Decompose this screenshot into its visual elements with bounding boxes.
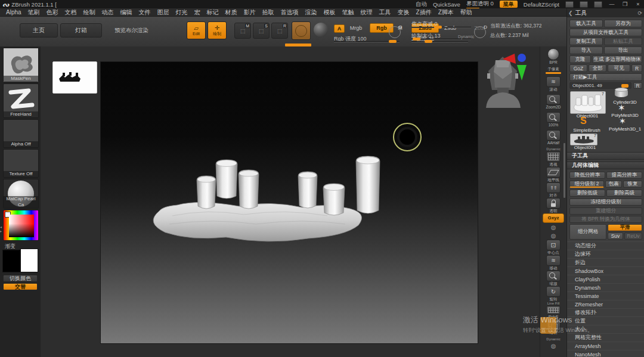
load-from-project-button[interactable]: 从项目文件载入工具: [569, 29, 642, 36]
gxyz-button[interactable]: Gxyz: [543, 213, 564, 223]
menu-item[interactable]: 图层: [157, 8, 169, 17]
perspective-button[interactable]: Dynamic 透视: [541, 147, 565, 167]
material-thumbnail[interactable]: MatCap Pearl Ca: [3, 179, 39, 209]
subtool-section-header[interactable]: 子工具: [567, 152, 644, 160]
section-row[interactable]: 折边: [567, 258, 644, 266]
menu-item[interactable]: 材质: [225, 8, 237, 17]
higher-res-button[interactable]: 提高分辨率: [606, 172, 642, 179]
recent-tool-thumbnail[interactable]: 7: [570, 134, 597, 145]
cylinder3d-icon[interactable]: [615, 89, 628, 97]
section-row[interactable]: Tessimate: [567, 291, 644, 300]
sv-square[interactable]: [9, 215, 34, 237]
menu-item[interactable]: 首选项: [281, 8, 299, 17]
section-row[interactable]: ClayPolish: [567, 275, 644, 283]
floor-button[interactable]: 地平线: [541, 167, 565, 182]
camview-head[interactable]: [480, 51, 535, 108]
tool-palette-header[interactable]: ❮ 工具 ⟳: [567, 8, 644, 17]
smt-button[interactable]: 平滑: [608, 224, 642, 231]
close-button[interactable]: ×: [634, 1, 642, 7]
divide-button[interactable]: 细分网格: [569, 224, 606, 240]
goz-visible-button[interactable]: 可见: [608, 64, 630, 72]
frame-center-button[interactable]: 中心点: [541, 240, 565, 255]
menu-item[interactable]: 帮助: [460, 8, 472, 17]
section-row[interactable]: 网格完整性: [567, 333, 644, 342]
freeze-sdiv-button[interactable]: 冻结细分级别: [569, 198, 642, 206]
minimize-button[interactable]: —: [608, 1, 615, 7]
nav-preview-thumbnail[interactable]: [52, 61, 97, 94]
draw-size-dynamic-icon[interactable]: D: [474, 26, 486, 38]
collapse-arrow-icon[interactable]: ❮: [568, 10, 573, 16]
transparency-lock-button[interactable]: 透明: [541, 198, 565, 213]
geometry-section-header[interactable]: 几何体编辑: [567, 162, 644, 169]
local-symmetry-button[interactable]: 对齐: [541, 182, 565, 198]
section-row[interactable]: ArrayMesh: [567, 342, 644, 350]
import-button[interactable]: 导入: [569, 46, 603, 54]
section-row[interactable]: NanoMesh: [567, 350, 644, 357]
dental-scan-model[interactable]: [148, 151, 405, 250]
simplebrush-icon[interactable]: S: [580, 117, 587, 125]
prev-ui-icon[interactable]: [565, 1, 574, 8]
rebuild-sdiv-button[interactable]: 重建细分: [569, 207, 642, 215]
menu-item[interactable]: 模板: [324, 8, 336, 17]
texture-thumbnail[interactable]: Texture Off: [3, 149, 39, 178]
menu-item[interactable]: 编辑: [120, 8, 132, 17]
section-row[interactable]: 边缘环: [567, 250, 644, 258]
clone-button[interactable]: 克隆: [569, 55, 591, 63]
save-as-button[interactable]: 另存为: [604, 20, 642, 27]
tray-resize-handle[interactable]: ◂▸: [0, 225, 3, 241]
menu-item[interactable]: 文档: [65, 8, 77, 17]
menu-item[interactable]: 工具: [379, 8, 391, 17]
section-row[interactable]: 位置: [567, 316, 644, 325]
section-row[interactable]: ZRemesher: [567, 300, 644, 308]
dynamic-ghost-button[interactable]: Dynamic: [541, 335, 565, 353]
stroke-thumbnail[interactable]: FreeHand: [3, 83, 39, 118]
menu-item[interactable]: 拾取: [262, 8, 274, 17]
copy-tool-button[interactable]: 复制工具: [569, 38, 603, 45]
move-canvas-button[interactable]: 移动: [541, 255, 565, 271]
lightbox-tool-button[interactable]: 灯箱▶工具: [569, 73, 642, 81]
restore-panel-icon[interactable]: ⟳: [637, 10, 642, 16]
solo-button[interactable]: [541, 231, 565, 240]
menu-item[interactable]: 变换: [398, 8, 410, 17]
tool-r-button[interactable]: R: [633, 82, 642, 89]
menu-item[interactable]: 绘制: [83, 8, 95, 17]
aahalf-button[interactable]: AAHalf: [541, 129, 565, 147]
active-tool-thumbnail[interactable]: 7: [570, 91, 606, 114]
menu-item[interactable]: 标记: [207, 8, 219, 17]
section-row[interactable]: Dynamesh: [567, 283, 644, 291]
export-button[interactable]: 导出: [604, 46, 642, 54]
del-lower-button[interactable]: 删除低级: [569, 190, 605, 197]
main-color-swatch[interactable]: [2, 250, 21, 272]
menu-item[interactable]: 灯光: [176, 8, 188, 17]
del-higher-button[interactable]: 删除高级: [606, 190, 642, 197]
menu-item[interactable]: 色彩: [47, 8, 58, 17]
rotate-canvas-button[interactable]: 旋转: [541, 286, 565, 302]
ui-opacity-slider[interactable]: 界面透明 0: [466, 0, 494, 9]
restore-button[interactable]: ❒: [621, 1, 628, 7]
subpixel-slider[interactable]: 子像素: [541, 66, 565, 75]
make-polymesh-button[interactable]: 生成 多边形网格物体: [592, 55, 642, 63]
alternate-button[interactable]: 交替: [3, 283, 38, 290]
menu-item[interactable]: Alpha: [6, 9, 21, 15]
panel-scrollbar[interactable]: [564, 143, 565, 198]
menu-item[interactable]: 纹理: [361, 8, 373, 17]
load-tool-button[interactable]: 载入工具: [569, 20, 603, 27]
menu-item[interactable]: 宏: [194, 8, 200, 17]
actual-size-button[interactable]: 100%: [541, 111, 565, 129]
next-ui-icon[interactable]: [580, 1, 588, 8]
polymesh3d-1-icon[interactable]: ✶: [619, 117, 626, 125]
suv-button[interactable]: Suv: [608, 232, 623, 240]
menu-item[interactable]: 渲染: [305, 8, 317, 17]
sdiv-level-slider[interactable]: 细分级别 2: [569, 181, 604, 188]
section-row[interactable]: 修改拓扑: [567, 308, 644, 316]
paste-tool-button[interactable]: 粘贴工具: [604, 38, 642, 45]
copy-ui-icon[interactable]: [594, 1, 602, 8]
document-canvas[interactable]: [100, 61, 478, 344]
ghost-button[interactable]: [541, 223, 565, 231]
focal-falloff-icon[interactable]: S: [389, 26, 401, 38]
menu-item[interactable]: 笔刷: [28, 8, 40, 17]
scroll-button[interactable]: 滚动: [541, 75, 565, 93]
menu-button[interactable]: 菜单: [500, 1, 518, 8]
default-zscript-button[interactable]: DefaultZScript: [524, 1, 559, 8]
reuv-button[interactable]: ReUv: [624, 232, 642, 240]
